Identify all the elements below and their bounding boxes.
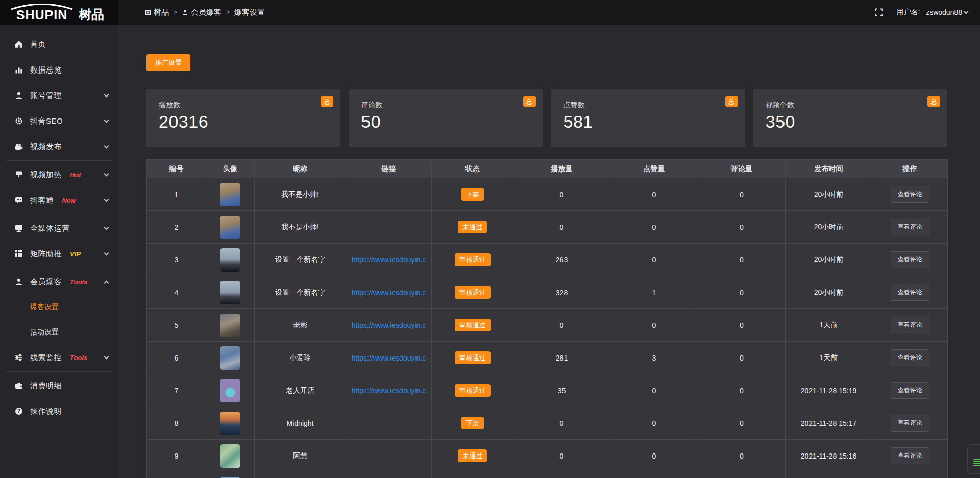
status-badge[interactable]: 审核通过 [455,319,491,331]
cell-plays: 0 [513,211,610,244]
status-badge[interactable]: 下架 [461,417,484,429]
app-icon [144,9,151,16]
avatar [220,379,240,402]
avatar [220,412,240,435]
vip-tag: VIP [70,250,81,258]
floating-widget[interactable] [967,444,980,474]
promo-settings-button[interactable]: 推广设置 [146,54,190,71]
cell-no [147,472,206,478]
status-badge[interactable]: 下架 [461,188,484,201]
sidebar-item-douyin-seo[interactable]: 抖音SEO [0,108,118,134]
view-comments-button[interactable]: 查看评论 [891,317,929,333]
view-comments-button[interactable]: 查看评论 [891,219,929,235]
col-header-link: 链接 [346,160,432,178]
video-link[interactable]: https://www.iesdouyin.c [352,354,426,362]
cell-comments: 0 [698,244,786,276]
cell-time: 1天前 [786,309,872,342]
member-icon [14,277,23,286]
cell-comments: 0 [698,309,786,342]
stat-card-videos: 视频个数 350 总 [753,89,947,147]
view-comments-button[interactable]: 查看评论 [891,415,929,432]
view-comments-button[interactable]: 查看评论 [891,251,929,268]
table-row: 6 小爱玲 https://www.iesdouyin.c 审核通过 281 3… [147,342,948,374]
sliders-icon [14,353,23,362]
sidebar-item-matrix-boost[interactable]: 矩阵助推 VIP [0,241,118,267]
cell-no: 6 [147,342,206,374]
bar-chart-icon [14,65,23,75]
tools-tag: Tools [70,354,87,362]
cell-comments: 0 [698,276,786,309]
view-comments-button[interactable]: 查看评论 [891,447,929,464]
video-link[interactable]: https://www.iesdouyin.c [352,256,426,264]
col-header-actions: 操作 [872,160,948,178]
stat-label: 评论数 [361,101,530,110]
status-badge[interactable]: 审核通过 [455,351,491,364]
sidebar-item-account-mgmt[interactable]: 账号管理 [0,83,118,108]
video-link[interactable]: https://www.iesdouyin.c [352,289,426,297]
view-comments-button[interactable]: 查看评论 [891,186,929,203]
fullscreen-icon[interactable] [875,8,883,16]
avatar [220,248,240,272]
status-badge[interactable]: 未通过 [458,449,487,462]
breadcrumb: 树品 > 会员爆客 > 爆客设置 [144,8,265,17]
total-badge: 总 [725,96,738,107]
sidebar-divider [6,214,112,214]
status-badge[interactable]: 未通过 [458,221,487,233]
cell-time: 2021-11-28 15:17 [786,407,872,440]
video-link[interactable]: https://www.iesdouyin.c [352,387,426,395]
cell-plays: 35 [513,374,610,407]
monitor-icon [14,224,23,233]
status-badge[interactable]: 审核通过 [455,384,491,397]
sidebar-subitem-baoke-settings[interactable]: 爆客设置 [0,295,118,320]
cell-likes: 0 [610,407,698,440]
table-row: 5 老彬 https://www.iesdouyin.c 审核通过 0 0 0 … [147,309,948,342]
cell-plays: 281 [513,342,610,374]
cell-time: 2021-11-28 15:16 [786,440,872,472]
avatar [220,314,240,337]
sidebar-item-omnimedia[interactable]: 全媒体运营 [0,216,118,241]
sidebar-item-lead-monitor[interactable]: 线索监控 Tools [0,345,118,370]
stat-card-comments: 评论数 50 总 [349,89,543,147]
sidebar-item-video-publish[interactable]: 视频发布 [0,134,118,159]
sidebar-item-home[interactable]: 首页 [0,32,118,57]
view-comments-button[interactable]: 查看评论 [891,349,929,366]
status-badge[interactable]: 审核通过 [455,253,491,266]
svg-text:?: ? [17,408,20,414]
cell-likes: 0 [610,440,698,472]
sidebar-item-doukutong[interactable]: 抖客通 New [0,187,118,213]
logo-text-en: SHUPIN [16,9,67,21]
view-comments-button[interactable]: 查看评论 [891,382,929,399]
col-header-avatar: 头像 [206,160,255,178]
video-link[interactable]: https://www.iesdouyin.c [352,321,426,329]
stat-label: 视频个数 [766,101,935,110]
cell-plays: 328 [513,276,610,309]
user-menu[interactable]: 用户名: zswodun88 [896,8,968,17]
stat-card-likes: 点赞数 581 总 [551,89,745,147]
sidebar-item-spend-details[interactable]: 消费明细 [0,373,118,398]
tools-tag: Tools [70,278,87,286]
stat-value: 20316 [159,112,328,132]
stat-label: 播放数 [159,101,328,110]
cell-nickname: Midnight [255,407,346,440]
widget-bar [973,463,980,464]
sidebar-item-data-overview[interactable]: 数据总览 [0,57,118,83]
sidebar-item-instructions[interactable]: ? 操作说明 [0,398,118,424]
gear-icon [14,116,23,126]
cell-likes: 0 [610,309,698,342]
grid-icon [14,249,23,258]
main-content: 推广设置 播放数 20316 总 评论数 50 总 点赞数 581 总 视频个数… [118,25,980,478]
cell-nickname: 设置一个新名字 [255,244,346,276]
chevron-down-icon [104,118,109,123]
sidebar-item-member-baoke[interactable]: 会员爆客 Tools [0,269,118,295]
status-badge[interactable]: 审核通过 [455,286,491,299]
cell-comments: 0 [698,178,786,211]
total-badge: 总 [927,96,940,107]
breadcrumb-parent[interactable]: 会员爆客 [182,8,222,17]
sidebar-item-video-heat[interactable]: 视频加热 Hot [0,162,118,187]
sidebar-subitem-activity-settings[interactable]: 活动设置 [0,320,118,345]
chevron-down-icon [104,225,109,230]
view-comments-button[interactable]: 查看评论 [891,284,929,301]
breadcrumb-home[interactable]: 树品 [144,8,169,17]
col-header-status: 状态 [432,160,513,178]
cell-nickname: 我不是小帅! [255,178,346,211]
